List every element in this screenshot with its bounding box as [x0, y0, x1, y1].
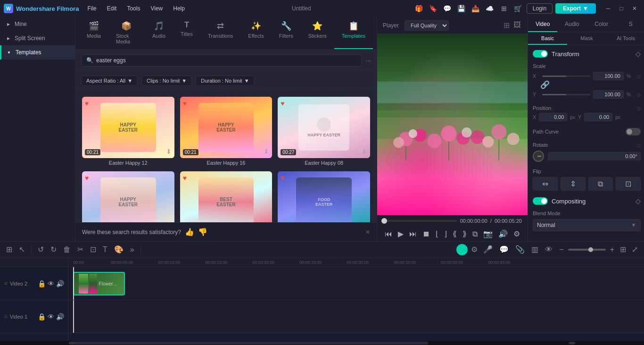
- track-row-2[interactable]: Flowers - Vide...: [68, 267, 644, 300]
- cut-button[interactable]: ✂: [75, 244, 86, 255]
- caption-button[interactable]: 💬: [497, 244, 511, 255]
- prev-frame-button[interactable]: ⏮: [383, 229, 394, 239]
- settings-gear-icon[interactable]: ⚙: [470, 244, 479, 255]
- track2-eye-icon[interactable]: 👁: [48, 280, 54, 287]
- track-row-1[interactable]: [68, 300, 644, 333]
- snapshot-button[interactable]: 📷: [481, 228, 495, 239]
- layout-icon[interactable]: ⊞: [4, 244, 15, 255]
- minimize-button[interactable]: ─: [603, 3, 614, 14]
- duration-filter[interactable]: Duration : No limit ▼: [196, 76, 254, 86]
- save-icon[interactable]: 💾: [456, 3, 467, 14]
- audio-button[interactable]: 🔊: [496, 228, 510, 239]
- scale-x-value[interactable]: 100.00: [593, 72, 624, 80]
- scrollbar-track-thumb[interactable]: [73, 342, 428, 345]
- preview-timeline-slider[interactable]: [383, 220, 457, 222]
- import-icon[interactable]: 📥: [470, 3, 481, 14]
- scale-y-keyframe[interactable]: ◇: [637, 92, 641, 97]
- tab-extra[interactable]: S: [616, 17, 644, 32]
- track1-eye-icon[interactable]: 👁: [48, 313, 54, 320]
- tab-titles[interactable]: T Titles: [173, 17, 200, 49]
- rotate-dial[interactable]: [533, 151, 544, 162]
- grid-settings-icon[interactable]: ⊞: [619, 244, 627, 255]
- clips-filter[interactable]: Clips : No limit ▼: [141, 76, 192, 86]
- tab-templates[interactable]: 📋 Templates: [334, 17, 373, 49]
- video-clip-2[interactable]: Flowers - Vide...: [73, 272, 125, 295]
- stop-button[interactable]: ⏹: [421, 229, 432, 239]
- more-tools[interactable]: »: [128, 244, 137, 255]
- split-view-button[interactable]: ▥: [529, 244, 541, 255]
- transform-toggle[interactable]: [533, 50, 548, 58]
- prev-clip-button[interactable]: ⟪: [451, 228, 459, 239]
- blend-mode-select[interactable]: Normal ▼: [533, 219, 641, 231]
- cloud-icon[interactable]: ☁️: [484, 3, 495, 14]
- scroll-right-handle[interactable]: [569, 342, 576, 345]
- feedback-icon[interactable]: 💬: [442, 3, 453, 14]
- menu-edit[interactable]: Edit: [102, 3, 122, 14]
- gift-icon[interactable]: 🎁: [413, 3, 425, 14]
- crop-button[interactable]: ⊡: [88, 244, 99, 255]
- flip-option4[interactable]: ⊡: [616, 177, 641, 191]
- undo-button[interactable]: ↺: [35, 244, 46, 255]
- quality-select[interactable]: Full Quality: [405, 20, 449, 31]
- tab-stock[interactable]: 📦 Stock Media: [108, 17, 145, 49]
- tab-filters[interactable]: 🔧 Filters: [272, 17, 301, 49]
- template-item[interactable]: ♥ 00:23 ⬇ HAPPYEASTER Easter Happy 20: [79, 168, 177, 222]
- sidebar-item-split-screen[interactable]: ▶ Split Screen: [0, 31, 75, 45]
- compositing-reset-diamond[interactable]: ◇: [636, 197, 641, 205]
- rotate-keyframe[interactable]: ◇: [637, 143, 641, 148]
- zoom-slider[interactable]: [568, 249, 606, 251]
- tab-audio[interactable]: 🎵 Audio: [145, 17, 173, 49]
- menu-help[interactable]: Help: [168, 3, 190, 14]
- fullscreen-icon[interactable]: 🖼: [512, 20, 522, 31]
- dislike-button[interactable]: 👎: [198, 227, 207, 236]
- scroll-left-handle[interactable]: [68, 342, 75, 345]
- template-item[interactable]: ♥ 00:21 ⬇ HAPPYEASTER Easter Happy 12: [79, 94, 177, 168]
- compositing-toggle[interactable]: [533, 197, 548, 205]
- pos-x-value[interactable]: 0.00: [539, 113, 567, 121]
- subtab-basic[interactable]: Basic: [528, 33, 567, 45]
- scale-y-slider[interactable]: [542, 94, 590, 95]
- link-scale-icon[interactable]: 🔗: [540, 80, 550, 89]
- track1-lock-icon[interactable]: 🔒: [38, 313, 46, 320]
- template-item[interactable]: ♥ 00:21 ⬇ HAPPYEASTER Easter Happy 16: [177, 94, 275, 168]
- menu-tools[interactable]: Tools: [122, 3, 145, 14]
- text-tool[interactable]: T: [100, 244, 110, 255]
- flip-vertical-button[interactable]: ⇕: [561, 177, 586, 191]
- rotate-value[interactable]: 0.00°: [548, 152, 641, 160]
- transform-reset-diamond[interactable]: ◇: [636, 50, 641, 58]
- position-keyframe[interactable]: ◇: [637, 106, 641, 111]
- scale-y-value[interactable]: 100.00: [593, 90, 624, 99]
- grid-view-icon[interactable]: ⊞: [503, 20, 511, 31]
- subtab-mask[interactable]: Mask: [567, 33, 606, 45]
- track1-audio-icon[interactable]: 🔊: [56, 313, 64, 320]
- timeline-scrollbar[interactable]: [0, 341, 644, 345]
- tab-color[interactable]: Color: [587, 17, 616, 32]
- pos-y-value[interactable]: 0.00: [584, 113, 612, 121]
- mic-button[interactable]: 🎤: [481, 244, 495, 255]
- sidebar-item-templates[interactable]: ▼ Templates: [0, 45, 75, 59]
- mark-in-button[interactable]: ⌊: [434, 228, 440, 239]
- tab-effects[interactable]: ✨ Effects: [240, 17, 271, 49]
- record-button[interactable]: [456, 244, 468, 255]
- plus-zoom[interactable]: +: [608, 244, 617, 255]
- delete-button[interactable]: 🗑: [61, 244, 73, 255]
- tab-stickers[interactable]: ⭐ Stickers: [301, 17, 334, 49]
- mark-out-button[interactable]: ⌋: [442, 228, 449, 239]
- settings-button[interactable]: ⚙: [512, 228, 522, 239]
- more-options-button[interactable]: ···: [365, 57, 371, 64]
- track2-audio-icon[interactable]: 🔊: [56, 280, 64, 287]
- sidebar-item-mine[interactable]: ▶ Mine: [0, 17, 75, 31]
- close-button[interactable]: ✕: [629, 3, 640, 14]
- play-button[interactable]: ▶: [396, 228, 405, 239]
- maximize-button[interactable]: □: [616, 3, 627, 14]
- subtab-ai-tools[interactable]: AI Tools: [606, 33, 644, 45]
- expand-icon[interactable]: ⤢: [629, 244, 640, 255]
- clip-button[interactable]: 📎: [513, 244, 527, 255]
- select-icon[interactable]: ↖: [17, 244, 27, 255]
- minus-zoom[interactable]: −: [557, 244, 566, 255]
- grid-icon[interactable]: ⊞: [498, 3, 510, 14]
- pip-button[interactable]: ⧉: [471, 229, 479, 239]
- tab-media[interactable]: 🎬 Media: [79, 17, 108, 49]
- tab-transitions[interactable]: ⇄ Transitions: [200, 17, 240, 49]
- template-item[interactable]: ♥ 00:21 ⬇ BESTEASTER Easter Happy 04: [177, 168, 275, 222]
